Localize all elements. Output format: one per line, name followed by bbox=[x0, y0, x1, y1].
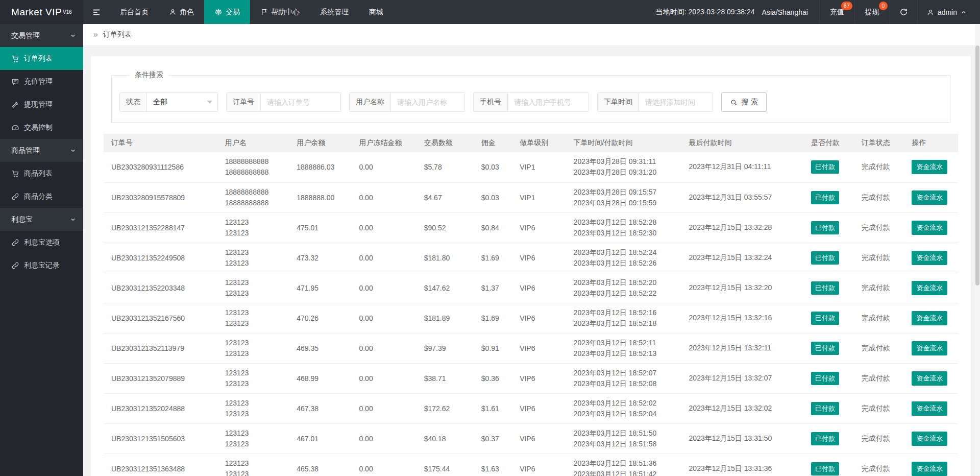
speech-bubble-icon bbox=[11, 78, 19, 86]
chevron-down-icon bbox=[70, 148, 76, 154]
cell-balance: 467.38 bbox=[289, 393, 351, 423]
cell-frozen: 0.00 bbox=[351, 423, 416, 454]
sidebar-item-label: 商品分类 bbox=[24, 192, 53, 201]
local-time-text: 当地时间: 2023-03-28 09:38:24 bbox=[656, 8, 755, 17]
sidebar-group-label: 商品管理 bbox=[11, 146, 40, 155]
cell-last-pay-time: 2023年12月31日 04:11:11 bbox=[681, 152, 803, 182]
paid-status-badge: 已付款 bbox=[811, 402, 839, 415]
nav-item-system[interactable]: 系统管理 bbox=[310, 0, 359, 24]
hamburger-menu-icon[interactable] bbox=[83, 0, 110, 24]
sidebar-item-withdraw-management[interactable]: 提现管理 bbox=[0, 93, 83, 116]
cell-status: 完成付款 bbox=[854, 393, 904, 423]
order-no-input[interactable] bbox=[261, 93, 340, 111]
cell-status: 完成付款 bbox=[854, 152, 904, 182]
recharge-button[interactable]: 充值 87 bbox=[819, 0, 854, 24]
cell-last-pay-time: 2023年12月15日 13:32:02 bbox=[681, 393, 803, 423]
vertical-scrollbar[interactable] bbox=[975, 24, 980, 476]
cart-icon bbox=[11, 55, 19, 63]
scales-icon bbox=[214, 8, 223, 16]
nav-item-mall[interactable]: 商城 bbox=[359, 0, 394, 24]
user-menu[interactable]: admin bbox=[917, 0, 980, 24]
cell-order-no: UB2303280915578809 bbox=[104, 182, 217, 212]
search-icon bbox=[730, 99, 738, 106]
paid-status-badge: 已付款 bbox=[811, 160, 839, 174]
cell-paid: 已付款 bbox=[803, 423, 854, 454]
sidebar-item-interest-records[interactable]: 利息宝记录 bbox=[0, 254, 83, 277]
search-legend: 条件搜索 bbox=[130, 70, 168, 80]
fund-flow-button[interactable]: 资金流水 bbox=[912, 432, 947, 446]
cart-icon bbox=[11, 170, 19, 178]
cell-level: VIP1 bbox=[512, 152, 566, 182]
fund-flow-button[interactable]: 资金流水 bbox=[912, 160, 947, 174]
header-paid: 是否付款 bbox=[803, 134, 854, 152]
fund-flow-button[interactable]: 资金流水 bbox=[912, 251, 947, 265]
cell-level: VIP6 bbox=[512, 363, 566, 393]
chevron-down-icon bbox=[70, 217, 76, 223]
paid-status-badge: 已付款 bbox=[811, 372, 839, 385]
cell-amount: $90.52 bbox=[416, 212, 474, 243]
nav-item-dashboard[interactable]: 后台首页 bbox=[110, 0, 159, 24]
cell-actions: 资金流水 bbox=[904, 303, 958, 333]
fund-flow-button[interactable]: 资金流水 bbox=[912, 341, 947, 355]
sidebar-item-product-category[interactable]: 商品分类 bbox=[0, 185, 83, 208]
sidebar-group-trade-management[interactable]: 交易管理 bbox=[0, 24, 83, 47]
sidebar-item-trade-control[interactable]: 交易控制 bbox=[0, 116, 83, 139]
header-status: 订单状态 bbox=[854, 134, 904, 152]
nav-item-label: 交易 bbox=[226, 8, 240, 17]
fund-flow-button[interactable]: 资金流水 bbox=[912, 221, 947, 235]
paid-status-badge: 已付款 bbox=[811, 432, 839, 445]
fund-flow-button[interactable]: 资金流水 bbox=[912, 311, 947, 325]
sidebar-group-interest-treasure[interactable]: 利息宝 bbox=[0, 208, 83, 231]
order-time-input[interactable] bbox=[639, 93, 713, 111]
user-name: admin bbox=[938, 8, 957, 16]
username-input[interactable] bbox=[391, 93, 464, 111]
cell-username: 123123 123123 bbox=[217, 423, 289, 454]
order-no-label: 订单号 bbox=[227, 93, 261, 111]
search-button[interactable]: 搜 索 bbox=[721, 92, 767, 112]
sidebar-item-interest-options[interactable]: 利息宝选项 bbox=[0, 231, 83, 254]
cell-frozen: 0.00 bbox=[351, 182, 416, 212]
user-icon bbox=[169, 8, 177, 16]
scrollbar-thumb[interactable] bbox=[975, 45, 979, 285]
cell-actions: 资金流水 bbox=[904, 152, 958, 182]
fund-flow-button[interactable]: 资金流水 bbox=[912, 462, 947, 476]
header-commission: 佣金 bbox=[474, 134, 512, 152]
refresh-button[interactable] bbox=[890, 0, 917, 24]
cell-status: 完成付款 bbox=[854, 303, 904, 333]
cell-level: VIP6 bbox=[512, 243, 566, 273]
nav-item-help-center[interactable]: 帮助中心 bbox=[250, 0, 310, 24]
header-last-pay-time: 最后付款时间 bbox=[681, 134, 803, 152]
fund-flow-button[interactable]: 资金流水 bbox=[912, 281, 947, 295]
header-username: 用户名 bbox=[217, 134, 289, 152]
fund-flow-button[interactable]: 资金流水 bbox=[912, 191, 947, 205]
cell-paid: 已付款 bbox=[803, 273, 854, 303]
paid-status-badge: 已付款 bbox=[811, 221, 839, 234]
sidebar-group-product-management[interactable]: 商品管理 bbox=[0, 139, 83, 162]
app-logo-text: Market VIP bbox=[11, 7, 62, 18]
header-amount: 交易数额 bbox=[416, 134, 474, 152]
orders-table-wrap: 订单号 用户名 用户余额 用户冻结金额 交易数额 佣金 做单级别 下单时间/付款… bbox=[104, 134, 958, 476]
cell-order-pay-time: 2023年03月28日 09:15:57 2023年03月28日 09:15:5… bbox=[566, 182, 681, 212]
sidebar-item-product-list[interactable]: 商品列表 bbox=[0, 162, 83, 185]
nav-item-trade[interactable]: 交易 bbox=[204, 0, 250, 24]
status-selected-value: 全部 bbox=[153, 98, 167, 107]
cell-paid: 已付款 bbox=[803, 243, 854, 273]
sidebar-item-order-list[interactable]: 订单列表 bbox=[0, 47, 83, 70]
status-select[interactable]: 全部 bbox=[147, 93, 217, 111]
fund-flow-button[interactable]: 资金流水 bbox=[912, 371, 947, 386]
cell-balance: 1888888.00 bbox=[289, 182, 351, 212]
nav-item-roles[interactable]: 角色 bbox=[159, 0, 204, 24]
withdraw-button[interactable]: 提现 0 bbox=[854, 0, 890, 24]
cell-balance: 467.01 bbox=[289, 423, 351, 454]
timezone-text: Asia/Shanghai bbox=[762, 8, 808, 16]
cell-actions: 资金流水 bbox=[904, 273, 958, 303]
chevron-up-icon bbox=[961, 9, 967, 15]
phone-input[interactable] bbox=[508, 93, 589, 111]
sidebar-item-label: 充值管理 bbox=[24, 77, 53, 86]
cell-paid: 已付款 bbox=[803, 152, 854, 182]
dropdown-arrow-icon bbox=[207, 101, 212, 104]
fund-flow-button[interactable]: 资金流水 bbox=[912, 401, 947, 416]
sidebar-item-recharge-management[interactable]: 充值管理 bbox=[0, 70, 83, 93]
main-area: 订单列表 条件搜索 状态 全部 订单号 bbox=[83, 24, 980, 476]
cell-actions: 资金流水 bbox=[904, 333, 958, 363]
